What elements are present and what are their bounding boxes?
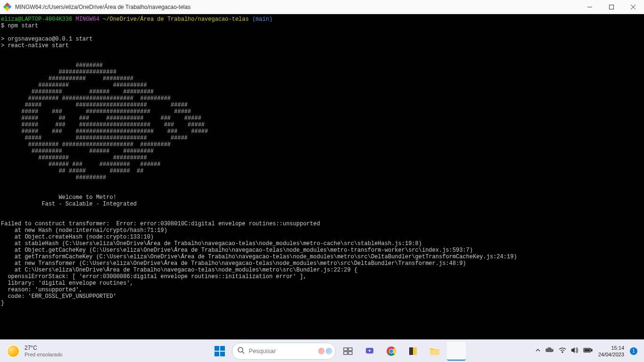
command-text: npm start (8, 23, 38, 29)
svg-rect-7 (348, 348, 352, 351)
error-line: at getTransformCacheKey (C:\Users\eliza\… (1, 254, 517, 260)
window-controls (579, 0, 644, 14)
titlebar[interactable]: MINGW64:/c/Users/eliza/OneDrive/Área de … (0, 0, 644, 14)
chat-button[interactable] (360, 342, 379, 361)
prompt-user: eliza@LAPTOP-4004K336 (1, 16, 72, 23)
taskbar-center: Pesquisar (141, 342, 535, 361)
svg-point-4 (238, 347, 243, 352)
onedrive-icon[interactable] (545, 347, 554, 354)
error-line: opensslErrorStack: [ 'error:03000086:dig… (1, 273, 306, 280)
error-line: at C:\Users\eliza\OneDrive\Área de Traba… (1, 267, 357, 273)
task-view-button[interactable] (339, 342, 357, 361)
svg-rect-18 (413, 347, 417, 355)
weather-temp: 27°C (25, 345, 63, 351)
clock-time: 15:14 (611, 345, 624, 351)
svg-rect-1 (610, 5, 614, 9)
weather-icon (7, 345, 20, 358)
notes-icon[interactable] (404, 342, 422, 361)
prompt-branch: (main) (252, 16, 272, 23)
terminal-output[interactable]: eliza@LAPTOP-4004K336 MINGW64 ~/OneDrive… (0, 14, 644, 339)
error-line: at new Transformer (C:\Users\eliza\OneDr… (1, 260, 466, 267)
search-icon (237, 346, 245, 356)
prompt-symbol: $ (1, 23, 4, 29)
close-button[interactable] (622, 0, 644, 14)
search-decoration (318, 348, 332, 354)
svg-line-5 (242, 352, 244, 354)
clock-date: 24/04/2023 (598, 351, 624, 358)
wifi-icon[interactable] (559, 347, 566, 354)
terminal-window: MINGW64:/c/Users/eliza/OneDrive/Área de … (0, 0, 644, 339)
volume-icon[interactable] (571, 347, 578, 355)
error-line: library: 'digital envelope routines', (1, 280, 133, 287)
notification-badge[interactable]: 1 (630, 347, 637, 355)
chevron-up-icon[interactable] (535, 347, 541, 354)
minimize-button[interactable] (579, 0, 601, 14)
prompt-cwd: ~/OneDrive/Área de Trabalho/navegacao-te… (103, 16, 249, 23)
taskbar-clock[interactable]: 15:14 24/04/2023 (598, 345, 624, 358)
taskbar-right: 15:14 24/04/2023 1 (535, 345, 644, 358)
welcome-line: Welcome to Metro! (1, 194, 116, 201)
error-line: code: 'ERR_OSSL_EVP_UNSUPPORTED' (1, 293, 116, 300)
error-line: at stableHash (C:\Users\eliza\OneDrive\Á… (1, 240, 422, 247)
file-explorer-icon[interactable] (425, 342, 444, 361)
svg-rect-6 (344, 348, 347, 351)
svg-point-16 (389, 349, 393, 353)
svg-point-20 (562, 352, 563, 353)
svg-rect-8 (344, 352, 347, 354)
svg-rect-19 (430, 350, 439, 355)
svg-marker-21 (571, 347, 575, 353)
script-line: > react-native start (1, 42, 69, 49)
svg-rect-9 (348, 352, 352, 354)
git-bash-taskbar-icon[interactable] (447, 342, 466, 361)
system-tray[interactable] (535, 347, 593, 355)
error-line: Failed to construct transformer: Error: … (1, 221, 320, 227)
taskbar: 27°C Pred ensolarado Pesquisar (0, 339, 644, 362)
weather-widget[interactable]: 27°C Pred ensolarado (25, 345, 63, 358)
battery-icon[interactable] (583, 347, 593, 354)
welcome-line: Fast - Scalable - Integrated (1, 201, 137, 207)
error-line: reason: 'unsupported', (1, 287, 83, 293)
svg-point-11 (369, 350, 371, 352)
start-button[interactable] (210, 342, 229, 361)
maximize-button[interactable] (601, 0, 622, 14)
windows-logo-icon (215, 346, 225, 356)
script-line: > orgsnavegacao@0.0.1 start (1, 36, 92, 42)
svg-rect-24 (585, 349, 590, 351)
prompt-shell: MINGW64 (75, 16, 99, 23)
taskbar-left[interactable]: 27°C Pred ensolarado (0, 345, 141, 358)
taskbar-search[interactable]: Pesquisar (232, 343, 336, 360)
error-line: } (1, 300, 4, 306)
weather-condition: Pred ensolarado (25, 351, 63, 358)
error-line: at Object.createHash (node:crypto:133:10… (1, 234, 154, 240)
error-line: at Object.getCacheKey (C:\Users\eliza\On… (1, 247, 473, 254)
metro-ascii-art: ######## ################# (1, 62, 436, 181)
error-line: at new Hash (node:internal/crypto/hash:7… (1, 227, 167, 234)
git-bash-icon (4, 3, 11, 11)
window-title: MINGW64:/c/Users/eliza/OneDrive/Área de … (15, 4, 579, 10)
chrome-icon[interactable] (382, 342, 401, 361)
svg-rect-23 (591, 349, 592, 351)
